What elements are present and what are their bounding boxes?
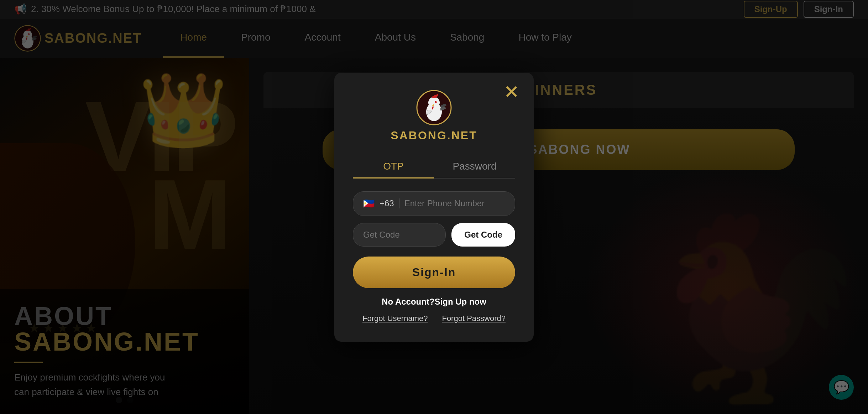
svg-point-7	[428, 97, 440, 108]
svg-point-8	[435, 101, 437, 103]
signin-button[interactable]: Sign-In	[353, 257, 515, 288]
tab-password[interactable]: Password	[434, 155, 515, 178]
modal-logo-text: SABONG.NET	[391, 129, 477, 142]
get-code-button[interactable]: Get Code	[451, 223, 515, 247]
phone-field: 🇵🇭 +63	[353, 191, 515, 216]
modal-logo: SABONG.NET	[353, 90, 515, 142]
code-input-wrap	[353, 223, 446, 247]
code-row: Get Code	[353, 223, 515, 247]
code-input[interactable]	[363, 230, 435, 240]
modal-overlay[interactable]: ✕ SABONG.NET OTP Password	[0, 0, 868, 414]
phone-flag-icon: 🇵🇭	[363, 198, 375, 209]
forgot-links: Forgot Username? Forgot Password?	[353, 314, 515, 323]
no-account-text: No Account?Sign Up now	[353, 297, 515, 307]
signin-modal: ✕ SABONG.NET OTP Password	[334, 73, 534, 342]
phone-input[interactable]	[404, 198, 511, 208]
modal-rooster-icon	[416, 90, 452, 125]
tab-otp[interactable]: OTP	[353, 155, 434, 178]
signup-now-link[interactable]: Sign Up now	[435, 297, 486, 306]
modal-tabs: OTP Password	[353, 155, 515, 178]
forgot-username-link[interactable]: Forgot Username?	[362, 314, 428, 323]
country-code: +63	[380, 198, 399, 208]
forgot-password-link[interactable]: Forgot Password?	[442, 314, 506, 323]
svg-point-9	[436, 101, 436, 102]
modal-close-button[interactable]: ✕	[504, 83, 519, 101]
